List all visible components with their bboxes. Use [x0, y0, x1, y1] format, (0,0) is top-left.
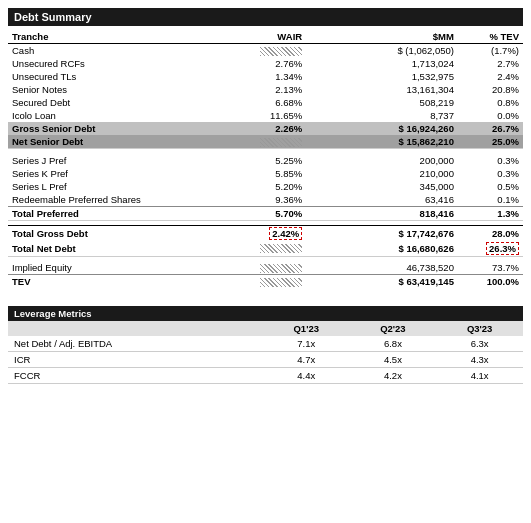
tranche-cell: Secured Debt	[8, 96, 225, 109]
debt-table: Tranche WAIR $MM % TEV Cash$ (1,062,050)…	[8, 30, 523, 288]
smm-cell: 818,416	[306, 206, 458, 220]
smm-cell: 1,713,024	[306, 57, 458, 70]
tranche-cell: Net Senior Debt	[8, 135, 225, 149]
leverage-row: Net Debt / Adj. EBITDA7.1x6.8x6.3x	[8, 336, 523, 352]
smm-cell: $ 16,924,260	[306, 122, 458, 135]
wair-cell	[225, 241, 306, 257]
wair-cell: 5.70%	[225, 206, 306, 220]
smm-cell: 508,219	[306, 96, 458, 109]
wair-cell: 5.25%	[225, 154, 306, 167]
leverage-value: 4.2x	[350, 368, 437, 384]
section-title: Debt Summary	[8, 8, 523, 26]
tranche-cell: Series K Pref	[8, 167, 225, 180]
leverage-value: 6.8x	[350, 336, 437, 352]
leverage-col-q2: Q2'23	[350, 321, 437, 336]
wair-cell	[225, 261, 306, 275]
smm-cell: $ 16,680,626	[306, 241, 458, 257]
smm-cell: $ 63,419,145	[306, 275, 458, 289]
leverage-value: 4.4x	[263, 368, 350, 384]
wair-cell: 2.42%	[225, 225, 306, 241]
smm-cell: $ (1,062,050)	[306, 44, 458, 58]
tranche-cell: Series J Pref	[8, 154, 225, 167]
pct-tev-cell: 2.7%	[458, 57, 523, 70]
tranche-cell: Series L Pref	[8, 180, 225, 193]
smm-cell: 13,161,304	[306, 83, 458, 96]
leverage-table: Leverage Metrics Q1'23 Q2'23 Q3'23 Net D…	[8, 306, 523, 384]
leverage-title: Leverage Metrics	[8, 306, 523, 321]
tranche-cell: Icolo Loan	[8, 109, 225, 122]
wair-cell: 1.34%	[225, 70, 306, 83]
tranche-cell: Unsecured TLs	[8, 70, 225, 83]
leverage-row: FCCR4.4x4.2x4.1x	[8, 368, 523, 384]
tranche-cell: Total Net Debt	[8, 241, 225, 257]
leverage-row: ICR4.7x4.5x4.3x	[8, 352, 523, 368]
wair-cell: 5.20%	[225, 180, 306, 193]
pct-tev-cell: (1.7%)	[458, 44, 523, 58]
wair-cell: 9.36%	[225, 193, 306, 207]
pct-tev-cell: 26.7%	[458, 122, 523, 135]
smm-cell: 46,738,520	[306, 261, 458, 275]
wair-cell: 5.85%	[225, 167, 306, 180]
leverage-metric: Net Debt / Adj. EBITDA	[8, 336, 263, 352]
leverage-value: 6.3x	[436, 336, 523, 352]
wair-cell	[225, 135, 306, 149]
leverage-metric: FCCR	[8, 368, 263, 384]
pct-tev-cell: 0.0%	[458, 109, 523, 122]
pct-tev-cell: 0.3%	[458, 167, 523, 180]
tranche-cell: Implied Equity	[8, 261, 225, 275]
tranche-cell: Redeemable Preferred Shares	[8, 193, 225, 207]
smm-cell: 210,000	[306, 167, 458, 180]
wair-cell	[225, 275, 306, 289]
wair-cell: 2.13%	[225, 83, 306, 96]
leverage-value: 7.1x	[263, 336, 350, 352]
leverage-col-q3: Q3'23	[436, 321, 523, 336]
pct-tev-cell: 2.4%	[458, 70, 523, 83]
smm-cell: $ 17,742,676	[306, 225, 458, 241]
smm-cell: 8,737	[306, 109, 458, 122]
pct-tev-cell: 0.5%	[458, 180, 523, 193]
wair-cell: 2.26%	[225, 122, 306, 135]
pct-tev-cell: 0.8%	[458, 96, 523, 109]
col-header-tranche: Tranche	[8, 30, 225, 44]
pct-tev-cell: 0.3%	[458, 154, 523, 167]
leverage-col-metric	[8, 321, 263, 336]
smm-cell: 345,000	[306, 180, 458, 193]
col-header-wair: WAIR	[225, 30, 306, 44]
pct-tev-cell: 25.0%	[458, 135, 523, 149]
wair-cell: 6.68%	[225, 96, 306, 109]
col-header-pct: % TEV	[458, 30, 523, 44]
smm-cell: $ 15,862,210	[306, 135, 458, 149]
wair-cell: 2.76%	[225, 57, 306, 70]
tranche-cell: TEV	[8, 275, 225, 289]
smm-cell: 1,532,975	[306, 70, 458, 83]
tranche-cell: Cash	[8, 44, 225, 58]
tranche-cell: Unsecured RCFs	[8, 57, 225, 70]
pct-tev-cell: 28.0%	[458, 225, 523, 241]
leverage-value: 4.3x	[436, 352, 523, 368]
pct-tev-cell: 0.1%	[458, 193, 523, 207]
pct-tev-cell: 20.8%	[458, 83, 523, 96]
leverage-value: 4.1x	[436, 368, 523, 384]
tranche-cell: Total Gross Debt	[8, 225, 225, 241]
leverage-value: 4.5x	[350, 352, 437, 368]
pct-tev-cell: 73.7%	[458, 261, 523, 275]
leverage-value: 4.7x	[263, 352, 350, 368]
pct-tev-cell: 100.0%	[458, 275, 523, 289]
tranche-cell: Senior Notes	[8, 83, 225, 96]
tranche-cell: Total Preferred	[8, 206, 225, 220]
smm-cell: 200,000	[306, 154, 458, 167]
pct-tev-cell: 1.3%	[458, 206, 523, 220]
tranche-cell: Gross Senior Debt	[8, 122, 225, 135]
wair-cell	[225, 44, 306, 58]
smm-cell: 63,416	[306, 193, 458, 207]
pct-tev-cell: 26.3%	[458, 241, 523, 257]
leverage-metric: ICR	[8, 352, 263, 368]
wair-cell: 11.65%	[225, 109, 306, 122]
leverage-col-q1: Q1'23	[263, 321, 350, 336]
col-header-smm: $MM	[306, 30, 458, 44]
